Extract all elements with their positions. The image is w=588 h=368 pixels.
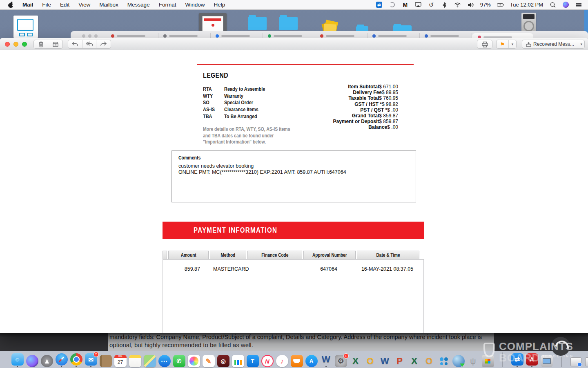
pages-icon[interactable]: ✎ (203, 355, 215, 367)
print-button[interactable] (477, 40, 492, 48)
tab-title-truncated (117, 35, 145, 37)
zoom-button[interactable] (22, 42, 27, 47)
windows-pc-icon[interactable] (482, 355, 494, 367)
dock-icon-glyph: N (265, 358, 270, 364)
recovered-messages-button[interactable]: Recovered Mess... ▾ (522, 40, 584, 48)
totals-row: GST / HST *$ 98.92 (261, 101, 398, 107)
finder-icon[interactable]: ☺ (11, 353, 24, 366)
chrome-icon[interactable] (70, 353, 82, 366)
mail-icon[interactable]: ✉ 7 (85, 353, 97, 366)
menu-item[interactable]: Help (214, 2, 225, 8)
dock-icon-glyph: O (367, 357, 374, 366)
spiral-status-icon[interactable] (389, 1, 396, 8)
payment-table-header: AmountMethodFinance CodeApproval NumberD… (163, 251, 424, 259)
airplay-icon[interactable] (415, 1, 422, 8)
time-machine-icon[interactable]: ↺ (428, 1, 435, 8)
menu-item[interactable]: Window (185, 2, 205, 8)
powerpoint-icon[interactable]: P (394, 355, 406, 367)
dock-icon-glyph: ⇄ (514, 356, 520, 363)
tab-favicon (268, 34, 271, 38)
dock-icon-glyph: ✎ (205, 358, 211, 365)
dock-separator-2[interactable] (561, 352, 562, 367)
excel-2-icon[interactable]: X (408, 355, 421, 367)
volume-icon[interactable] (467, 1, 474, 8)
dock-icon-glyph: A (530, 357, 534, 362)
legend-code: WTY (203, 93, 213, 99)
menu-item[interactable]: Format (159, 2, 176, 8)
teamviewer-icon[interactable]: ⇄ (511, 353, 523, 366)
browser-minimize-button[interactable] (88, 34, 91, 38)
desktop-folder-2[interactable] (279, 17, 298, 30)
itunes-icon[interactable]: ♪ (276, 355, 288, 367)
delete-button[interactable] (34, 40, 48, 48)
satellite-dish-icon[interactable]: ψ (467, 355, 479, 367)
numbers-icon[interactable] (232, 355, 244, 367)
launchpad-icon[interactable] (41, 355, 53, 367)
reply-button[interactable] (68, 40, 82, 48)
menu-bar-clock[interactable]: Tue 12:02 PM (510, 2, 543, 8)
word-icon[interactable]: W (320, 353, 332, 366)
dock-separator[interactable] (502, 352, 503, 367)
desktop-file-document[interactable] (13, 16, 38, 38)
siri-menu-icon[interactable] (562, 1, 569, 8)
contacts-icon[interactable] (100, 355, 112, 367)
menu-item[interactable]: Mailbox (99, 2, 118, 8)
internet-download-icon[interactable] (452, 355, 465, 367)
messenger-icon[interactable] (438, 355, 450, 367)
reply-all-button[interactable] (82, 40, 97, 48)
malwarebytes-status-icon[interactable]: M (402, 1, 409, 8)
system-preferences-icon[interactable]: ⚙ 1 (335, 355, 347, 367)
spotlight-icon[interactable] (549, 1, 556, 8)
legend-code: AS-IS (203, 106, 215, 112)
wifi-icon[interactable] (454, 1, 461, 8)
teamviewer-status-icon[interactable]: ⇄ (376, 1, 383, 8)
menu-item[interactable]: Message (127, 2, 150, 8)
junk-button[interactable] (48, 40, 62, 48)
facetime-icon[interactable]: ✆ (173, 355, 185, 367)
outlook-icon[interactable]: O (364, 355, 376, 367)
office-icon[interactable]: O (423, 355, 435, 367)
browser-close-button[interactable] (82, 34, 85, 38)
payment-table-row: 859.87 MASTERCARD 647064 16-MAY-2021 08:… (163, 266, 423, 272)
menu-app-name[interactable]: Mail (22, 2, 33, 8)
word-2-icon[interactable]: W (379, 355, 391, 367)
desktop-folder-1[interactable] (248, 17, 267, 30)
excel-icon[interactable]: X (350, 355, 362, 367)
calendar-icon[interactable]: JUL 27 (114, 355, 127, 367)
minimize-button[interactable] (13, 42, 18, 47)
notification-center-icon[interactable] (575, 1, 582, 8)
battery-charging-icon[interactable] (497, 1, 504, 8)
dock-icon-glyph: ◎ (220, 358, 225, 364)
minimized-window-1[interactable] (570, 357, 581, 366)
flag-button[interactable]: ⚑ (497, 40, 509, 48)
menu-item[interactable]: View (78, 2, 90, 8)
minimized-window-2[interactable] (585, 357, 588, 366)
acrobat-icon[interactable]: A (526, 353, 538, 366)
photos-icon[interactable] (188, 355, 200, 367)
safari-icon[interactable] (56, 353, 68, 366)
photo-booth-icon[interactable]: ◎ (217, 355, 229, 367)
app-store-icon[interactable]: A (305, 355, 318, 367)
siri-icon[interactable] (26, 355, 38, 367)
totals-label: Grand Total (352, 113, 379, 119)
books-icon[interactable] (291, 355, 303, 367)
screen-sharing-icon[interactable] (541, 355, 553, 367)
totals-row: Item Subtotal$ 671.00 (261, 84, 398, 90)
tab-title-truncated (221, 35, 250, 37)
close-button[interactable] (5, 42, 10, 47)
flag-menu-button[interactable]: ▾ (509, 40, 516, 48)
forward-button[interactable] (96, 40, 111, 48)
legend-code: RTA (203, 86, 212, 92)
menu-item[interactable]: Edit (60, 2, 69, 8)
menu-item[interactable]: File (42, 2, 51, 8)
apple-menu-icon[interactable] (8, 2, 13, 8)
maps-icon[interactable] (144, 355, 156, 367)
tab-title-truncated (430, 35, 459, 37)
browser-zoom-button[interactable] (94, 34, 98, 38)
keynote-icon[interactable]: T (247, 355, 259, 367)
news-icon[interactable]: N (261, 355, 274, 367)
bluetooth-icon[interactable] (441, 1, 448, 8)
dock-icon-glyph: ✆ (177, 358, 182, 364)
messages-icon[interactable]: ... (158, 355, 171, 367)
notes-icon[interactable] (129, 355, 141, 367)
